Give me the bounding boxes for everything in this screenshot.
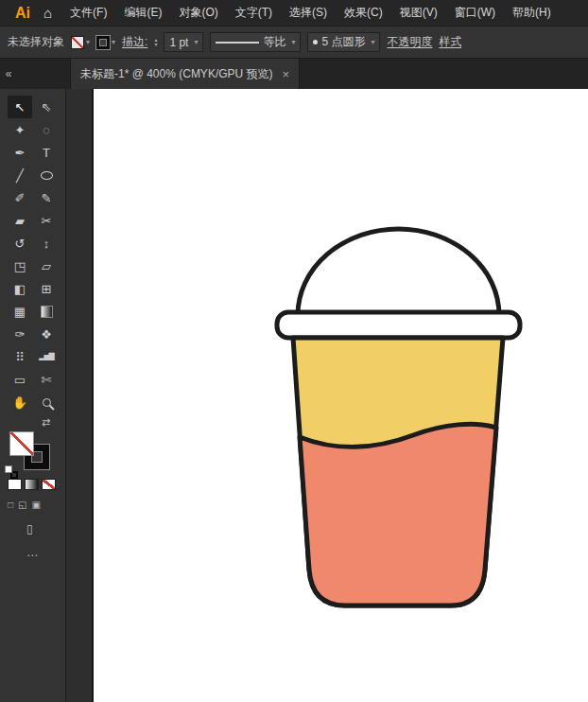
menu-item-help[interactable]: 帮助(H) (504, 0, 560, 26)
free-transform-icon: ▱ (42, 260, 51, 272)
eyedropper-tool[interactable]: ✑ (8, 323, 32, 345)
width-icon: ↕ (43, 237, 50, 250)
fill-none-icon (71, 36, 84, 49)
default-fill-stroke-icon[interactable] (5, 465, 20, 480)
stroke-weight-value: 1 pt (169, 36, 188, 49)
rotate-tool[interactable]: ↺ (8, 232, 32, 254)
rotate-icon: ↺ (15, 237, 26, 250)
perspective-grid-icon: ⊞ (42, 283, 52, 295)
stroke-panel-link[interactable]: 描边: (122, 34, 147, 50)
slice-icon: ✄ (42, 374, 52, 386)
chevron-down-icon: ▾ (369, 38, 374, 46)
canvas-area (66, 89, 588, 702)
magic-wand-tool[interactable]: ✦ (8, 118, 32, 141)
artboard[interactable] (92, 89, 588, 702)
brush-label: 5 点圆形 (321, 34, 365, 50)
paintbrush-icon: ✐ (15, 192, 26, 204)
hand-tool[interactable]: ✋ (8, 391, 32, 413)
scale-icon: ◳ (14, 260, 26, 272)
stroke-weight-stepper[interactable]: ▴▾ (154, 38, 157, 47)
scissors-tool[interactable]: ✂ (34, 209, 59, 232)
slice-tool[interactable]: ✄ (34, 368, 59, 391)
brush-dropdown[interactable]: 5 点圆形 ▾ (307, 32, 380, 52)
pencil-icon: ✎ (42, 192, 52, 204)
none-button[interactable] (42, 479, 56, 490)
close-tab-icon[interactable]: × (283, 67, 290, 81)
pasteboard[interactable] (66, 89, 92, 702)
default-fill-icon (5, 465, 12, 473)
width-profile-dropdown[interactable]: 等比 ▾ (210, 32, 301, 52)
cup-illustration (94, 89, 588, 702)
tool-grid: ↖⇖✦◌✒T╱✐✎▰✂↺↕◳▱◧⊞▦✑❖⠿▂▅▇▭✄✋ (8, 96, 59, 413)
eraser-tool[interactable]: ▰ (8, 209, 32, 232)
draw-inside-icon[interactable]: ▣ (32, 500, 41, 510)
cup-lid-rim[interactable] (277, 312, 520, 338)
color-button[interactable] (8, 479, 22, 490)
screen-mode-icon[interactable]: ▯ (26, 522, 33, 535)
column-graph-icon: ▂▅▇ (39, 353, 53, 360)
selection-tool[interactable]: ↖ (8, 96, 32, 118)
pen-tool[interactable]: ✒ (8, 141, 32, 164)
gradient-tool[interactable] (34, 300, 59, 323)
selection-status: 未选择对象 (8, 34, 64, 50)
menu-item-edit[interactable]: 编辑(E) (115, 0, 170, 26)
app-logo: Ai (8, 5, 38, 22)
zoom-tool[interactable] (34, 391, 59, 413)
fill-color-control[interactable]: ▾ (71, 36, 90, 49)
artboard-icon: ▭ (14, 374, 26, 386)
width-tool[interactable]: ↕ (34, 232, 59, 254)
mesh-tool[interactable]: ▦ (8, 300, 32, 323)
cup-lid-dome[interactable] (298, 229, 499, 315)
scissors-icon: ✂ (42, 215, 52, 227)
chevron-down-icon: ▾ (192, 38, 198, 46)
stroke-swatch-icon (96, 36, 110, 49)
menu-item-select[interactable]: 选择(S) (281, 0, 336, 26)
direct-selection-tool[interactable]: ⇖ (34, 96, 59, 118)
menu-item-view[interactable]: 视图(V) (391, 0, 446, 26)
menu-item-object[interactable]: 对象(O) (170, 0, 226, 26)
column-graph-tool[interactable]: ▂▅▇ (34, 345, 59, 368)
stroke-weight-dropdown[interactable]: 1 pt ▾ (164, 32, 203, 52)
free-transform-tool[interactable]: ▱ (34, 254, 59, 277)
draw-behind-icon[interactable]: ◱ (18, 500, 26, 510)
collapse-panel-icon[interactable]: « (0, 59, 17, 89)
artboard-tool[interactable]: ▭ (8, 368, 32, 391)
opacity-link[interactable]: 不透明度 (387, 34, 432, 50)
fill-swatch[interactable] (9, 431, 34, 456)
brush-dot-icon (313, 40, 318, 44)
stroke-color-control[interactable]: ▾ (96, 36, 115, 49)
menu-item-effect[interactable]: 效果(C) (336, 0, 391, 26)
chevron-down-icon: ▾ (84, 38, 90, 46)
menu-item-window[interactable]: 窗口(W) (446, 0, 504, 26)
line-segment-tool[interactable]: ╱ (8, 164, 32, 186)
draw-normal-icon[interactable]: □ (8, 500, 13, 510)
profile-label: 等比 (263, 34, 285, 50)
pencil-tool[interactable]: ✎ (34, 186, 59, 209)
paintbrush-tool[interactable]: ✐ (8, 186, 32, 209)
lasso-tool[interactable]: ◌ (34, 118, 59, 141)
type-tool[interactable]: T (34, 141, 59, 164)
style-link[interactable]: 样式 (439, 34, 461, 50)
ellipse-tool[interactable] (34, 164, 59, 186)
menu-item-file[interactable]: 文件(F) (61, 0, 115, 26)
shape-builder-tool[interactable]: ◧ (8, 277, 32, 300)
document-tab[interactable]: 未标题-1* @ 400% (CMYK/GPU 预览) × (70, 59, 300, 89)
blend-tool[interactable]: ❖ (34, 323, 59, 345)
eraser-icon: ▰ (15, 215, 25, 227)
symbol-sprayer-tool[interactable]: ⠿ (8, 345, 32, 368)
scale-tool[interactable]: ◳ (8, 254, 32, 277)
zoom-icon (43, 398, 51, 407)
mesh-icon: ▦ (14, 306, 26, 318)
symbol-sprayer-icon: ⠿ (15, 351, 25, 363)
home-icon[interactable]: ⌂ (38, 5, 61, 21)
gradient-button[interactable] (25, 479, 39, 490)
perspective-grid-tool[interactable]: ⊞ (34, 277, 59, 300)
toolbar-overflow-icon[interactable]: ⋯ (26, 549, 38, 562)
swap-fill-stroke-icon[interactable]: ⇄ (42, 416, 50, 429)
ellipse-icon (41, 171, 53, 180)
cup-body-lower[interactable] (300, 424, 496, 605)
pen-icon: ✒ (15, 147, 26, 159)
menu-item-type[interactable]: 文字(T) (227, 0, 281, 26)
chevron-down-icon: ▾ (289, 38, 295, 46)
line-segment-icon: ╱ (16, 169, 24, 182)
